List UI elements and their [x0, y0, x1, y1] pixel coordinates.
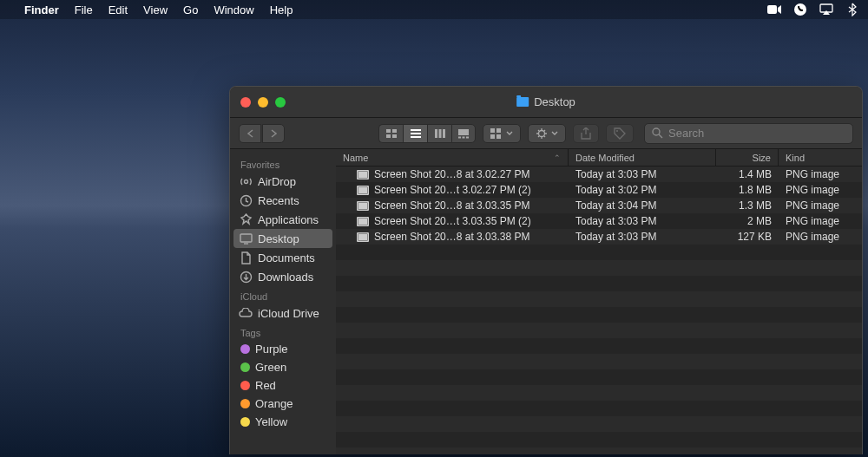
content-area: Name⌃ Date Modified Size Kind Screen Sho… [336, 149, 862, 454]
forward-button[interactable] [262, 124, 285, 143]
close-button[interactable] [240, 97, 251, 108]
titlebar[interactable]: Desktop [230, 87, 862, 118]
column-name[interactable]: Name⌃ [336, 149, 569, 166]
facetime-icon[interactable] [767, 3, 781, 16]
svg-rect-15 [463, 136, 465, 138]
share-button[interactable] [573, 124, 599, 143]
menu-window[interactable]: Window [214, 3, 253, 16]
file-size: 127 KB [716, 231, 779, 243]
sort-indicator-icon: ⌃ [554, 153, 561, 162]
svg-rect-3 [386, 129, 391, 133]
group-button[interactable] [483, 124, 521, 143]
file-date: Today at 3:02 PM [569, 184, 716, 196]
file-date: Today at 3:04 PM [569, 199, 716, 212]
empty-row [336, 245, 862, 260]
sidebar-item-label: Yellow [255, 415, 287, 428]
zoom-button[interactable] [275, 97, 286, 108]
image-file-icon [357, 217, 369, 226]
svg-point-24 [244, 180, 247, 183]
minimize-button[interactable] [258, 97, 268, 108]
svg-rect-8 [411, 133, 421, 134]
menu-help[interactable]: Help [270, 3, 293, 16]
sidebar-header: Favorites [230, 154, 336, 172]
sidebar-item-orange[interactable]: Orange [230, 395, 336, 413]
sidebar-item-label: AirDrop [258, 175, 296, 188]
sidebar-item-airdrop[interactable]: AirDrop [230, 172, 336, 191]
empty-row [336, 291, 862, 307]
airplay-icon[interactable] [819, 3, 833, 16]
sidebar-item-documents[interactable]: Documents [230, 248, 336, 267]
desktop-icon [239, 232, 253, 245]
sidebar-item-recents[interactable]: Recents [230, 191, 336, 210]
search-icon [652, 127, 663, 139]
sidebar-item-green[interactable]: Green [230, 358, 336, 376]
file-row[interactable]: Screen Shot 20…8 at 3.03.35 PMToday at 3… [336, 198, 862, 213]
file-date: Today at 3:03 PM [569, 215, 716, 227]
file-kind: PNG image [779, 184, 862, 196]
empty-row [336, 338, 862, 354]
view-list-button[interactable] [403, 124, 427, 143]
sidebar-item-yellow[interactable]: Yellow [230, 413, 336, 431]
sidebar-item-applications[interactable]: Applications [230, 210, 336, 229]
app-menu[interactable]: Finder [24, 3, 59, 16]
view-icons-button[interactable] [378, 124, 403, 143]
file-list[interactable]: Screen Shot 20…8 at 3.02.27 PMToday at 3… [336, 166, 862, 454]
column-kind[interactable]: Kind [779, 149, 862, 166]
apps-icon [239, 212, 253, 226]
tags-button[interactable] [606, 124, 634, 143]
column-date[interactable]: Date Modified [569, 149, 716, 166]
sidebar-item-label: Red [255, 379, 276, 392]
search-field[interactable]: Search [644, 123, 853, 144]
file-name: Screen Shot 20…8 at 3.03.38 PM [374, 231, 529, 243]
file-row[interactable]: Screen Shot 20…t 3.02.27 PM (2)Today at … [336, 182, 862, 198]
menu-view[interactable]: View [143, 3, 168, 16]
empty-row [336, 276, 862, 291]
search-placeholder: Search [668, 127, 704, 140]
svg-rect-9 [411, 136, 421, 138]
svg-rect-0 [767, 5, 777, 14]
image-file-icon [357, 186, 369, 195]
file-date: Today at 3:03 PM [569, 231, 716, 243]
file-row[interactable]: Screen Shot 20…8 at 3.02.27 PMToday at 3… [336, 166, 862, 182]
back-button[interactable] [239, 124, 261, 143]
sidebar-item-label: Downloads [258, 271, 313, 284]
sidebar-item-icloud-drive[interactable]: iCloud Drive [230, 304, 336, 323]
empty-row [336, 385, 862, 401]
column-size[interactable]: Size [716, 149, 779, 166]
sidebar-item-red[interactable]: Red [230, 376, 336, 395]
sidebar-item-desktop[interactable]: Desktop [233, 229, 332, 248]
empty-row [336, 354, 862, 369]
menubar: Finder File Edit View Go Window Help [0, 0, 868, 19]
viber-icon[interactable] [793, 3, 807, 16]
svg-rect-11 [438, 129, 441, 138]
empty-row [336, 432, 862, 447]
sidebar-item-label: Applications [258, 213, 319, 226]
file-kind: PNG image [779, 199, 862, 212]
file-size: 1.3 MB [716, 199, 779, 212]
file-size: 1.8 MB [716, 184, 779, 196]
bluetooth-icon[interactable] [845, 3, 859, 16]
file-row[interactable]: Screen Shot 20…8 at 3.03.38 PMToday at 3… [336, 229, 862, 245]
empty-row [336, 260, 862, 276]
view-columns-button[interactable] [427, 124, 451, 143]
file-kind: PNG image [779, 215, 862, 227]
sidebar-item-label: iCloud Drive [258, 307, 319, 320]
file-name: Screen Shot 20…8 at 3.03.35 PM [374, 199, 529, 212]
menu-edit[interactable]: Edit [108, 3, 128, 16]
sidebar-item-downloads[interactable]: Downloads [230, 267, 336, 286]
view-gallery-button[interactable] [451, 124, 476, 143]
file-row[interactable]: Screen Shot 20…t 3.03.35 PM (2)Today at … [336, 213, 862, 229]
menu-file[interactable]: File [75, 3, 93, 16]
finder-window: Desktop Search FavoritesAirDropRecentsAp… [229, 86, 863, 454]
documents-icon [239, 251, 253, 264]
empty-row [336, 323, 862, 338]
menu-go[interactable]: Go [183, 3, 198, 16]
svg-rect-4 [392, 129, 397, 133]
file-name: Screen Shot 20…t 3.03.35 PM (2) [374, 215, 531, 227]
sidebar-item-purple[interactable]: Purple [230, 340, 336, 358]
sidebar-item-label: Documents [258, 251, 315, 264]
svg-rect-17 [490, 128, 495, 133]
svg-rect-13 [458, 129, 469, 135]
downloads-icon [239, 270, 253, 284]
action-button[interactable] [528, 124, 566, 143]
